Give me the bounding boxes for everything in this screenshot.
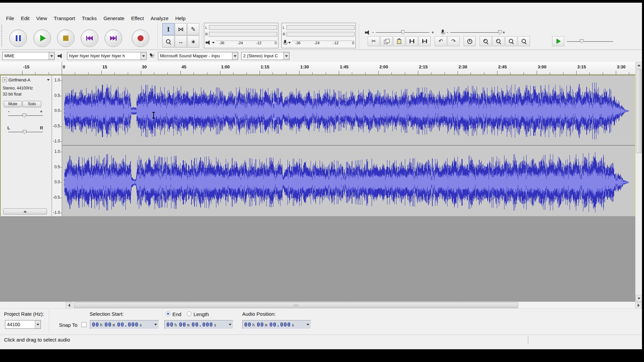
waveform-display[interactable] (62, 75, 635, 216)
time-digits[interactable]: 00.000 (117, 321, 139, 328)
snap-to-checkbox[interactable] (82, 322, 87, 327)
cut-button[interactable]: ✂ (368, 36, 380, 46)
time-digits[interactable]: 00.000 (192, 321, 213, 328)
undo-button[interactable]: ↶ (435, 36, 447, 46)
recording-device-select[interactable]: Microsoft Sound Mapper - Inpu (158, 52, 238, 60)
sync-lock-button[interactable] (464, 36, 476, 46)
playback-device-select[interactable]: hiyer hiyer hiyer hiyer hiyer h (67, 52, 147, 60)
pause-button[interactable] (9, 29, 27, 47)
skip-to-start-button[interactable] (81, 29, 98, 47)
track-collapse-button[interactable] (3, 208, 47, 215)
skip-to-end-button[interactable] (105, 29, 122, 47)
play-at-speed-button[interactable] (552, 36, 564, 46)
scroll-right-button[interactable] (635, 302, 642, 309)
solo-button[interactable]: Solo (22, 101, 41, 107)
audio-position-field[interactable]: 00h00m00.000s (242, 320, 311, 329)
chevron-down-icon (285, 55, 288, 57)
zoom-out-button[interactable]: − (492, 36, 504, 46)
playback-speed-thumb[interactable] (580, 39, 584, 44)
end-radio[interactable] (166, 311, 170, 316)
playback-meter[interactable]: L R -36-24-120 (204, 23, 278, 48)
paste-button[interactable] (393, 36, 405, 46)
menu-item[interactable]: Transport (50, 15, 78, 22)
time-digits[interactable]: 00 (179, 321, 186, 328)
menu-item[interactable]: View (33, 15, 50, 22)
output-volume-thumb[interactable] (401, 30, 405, 35)
recording-meter[interactable]: L R -36-24-120 (281, 23, 356, 48)
menu-item[interactable]: Edit (17, 15, 33, 22)
undo-icon: ↶ (438, 39, 443, 44)
time-field-caret[interactable] (154, 324, 157, 325)
selection-end-field[interactable]: 00h00m00.000s (164, 320, 233, 329)
timeline-tick (550, 72, 550, 74)
time-digits[interactable]: 00.000 (269, 321, 291, 328)
combo-arrow-button[interactable] (49, 52, 54, 60)
selection-tool-button[interactable]: I (162, 23, 174, 35)
redo-button[interactable]: ↷ (447, 36, 460, 46)
input-volume-slider[interactable] (450, 30, 500, 35)
toolbar-separator (158, 23, 158, 48)
menu-item[interactable]: Effect (128, 15, 147, 22)
recording-meter-dropdown-icon[interactable] (288, 42, 291, 44)
length-radio[interactable] (187, 311, 192, 316)
mute-button[interactable]: Mute (4, 101, 22, 107)
playback-speed-slider[interactable] (567, 39, 613, 44)
draw-tool-button[interactable]: ✎ (187, 23, 199, 35)
timeline-ruler[interactable]: -1501530451:001:151:301:452:002:152:302:… (0, 62, 635, 75)
menu-item[interactable]: Analyze (147, 15, 172, 22)
recording-channels-select[interactable]: 2 (Stereo) Input C (241, 52, 289, 60)
silence-audio-button[interactable] (419, 36, 431, 46)
zoom-tool-button[interactable] (162, 36, 174, 48)
time-digits[interactable]: 00 (244, 321, 251, 328)
amplitude-ruler[interactable]: 1.00.50.0-0.5-1.01.00.50.0-0.5-1.0 (52, 75, 62, 216)
combo-arrow-button[interactable] (35, 320, 41, 328)
timeshift-tool-button[interactable]: ↔ (175, 36, 187, 48)
playback-meter-dropdown-icon[interactable] (212, 42, 215, 44)
output-volume-slider[interactable] (376, 30, 429, 35)
menu-item[interactable]: Generate (100, 15, 128, 22)
project-rate-select[interactable]: 44100 (5, 320, 41, 329)
fit-selection-button[interactable] (505, 36, 517, 46)
fit-project-button[interactable] (518, 36, 530, 46)
gain-slider-thumb[interactable] (22, 114, 26, 118)
zoom-in-button[interactable]: + (480, 36, 492, 46)
horizontal-scroll-track[interactable] (72, 302, 635, 309)
vertical-scroll-thumb[interactable] (636, 69, 642, 153)
horizontal-scroll-thumb[interactable] (74, 302, 518, 308)
time-digits[interactable]: 00 (105, 321, 112, 328)
combo-arrow-button[interactable] (141, 52, 146, 60)
stop-button[interactable] (57, 29, 74, 47)
timeline-tick (167, 72, 168, 74)
selection-start-field[interactable]: 00h00m00.000s (90, 320, 159, 329)
combo-arrow-button[interactable] (283, 52, 289, 60)
time-digits[interactable]: 00 (166, 321, 173, 328)
trim-audio-button[interactable] (406, 36, 418, 46)
menu-item[interactable]: Help (172, 15, 189, 22)
track-close-button[interactable]: × (2, 77, 7, 82)
input-volume-thumb[interactable] (498, 30, 502, 35)
menu-item[interactable]: Tracks (78, 15, 100, 22)
pan-slider-thumb[interactable] (23, 130, 26, 134)
empty-track-workspace[interactable] (0, 216, 635, 302)
scroll-left-button[interactable] (66, 302, 72, 309)
scroll-up-button[interactable] (636, 62, 642, 69)
play-button[interactable] (34, 29, 51, 47)
time-field-caret[interactable] (307, 324, 309, 325)
menu-item[interactable]: File (3, 15, 17, 22)
scroll-down-button[interactable] (636, 295, 642, 302)
track-title-menu[interactable]: Girlfriend-A (8, 77, 50, 82)
time-field-caret[interactable] (229, 324, 231, 325)
gain-slider[interactable] (8, 113, 43, 118)
time-digits[interactable]: 00 (257, 321, 264, 328)
multi-tool-button[interactable]: ∗ (187, 36, 199, 48)
copy-button[interactable] (380, 36, 392, 46)
vertical-scrollbar[interactable] (635, 62, 642, 302)
time-digits[interactable]: 00 (92, 321, 99, 328)
audio-host-select[interactable]: MME (2, 52, 55, 60)
toolbar-grip[interactable] (1, 25, 2, 47)
combo-arrow-button[interactable] (232, 52, 238, 60)
pan-slider[interactable] (8, 130, 43, 134)
horizontal-scrollbar[interactable] (0, 302, 642, 308)
envelope-tool-button[interactable]: ⋈ (175, 23, 187, 35)
record-button[interactable] (132, 29, 149, 47)
